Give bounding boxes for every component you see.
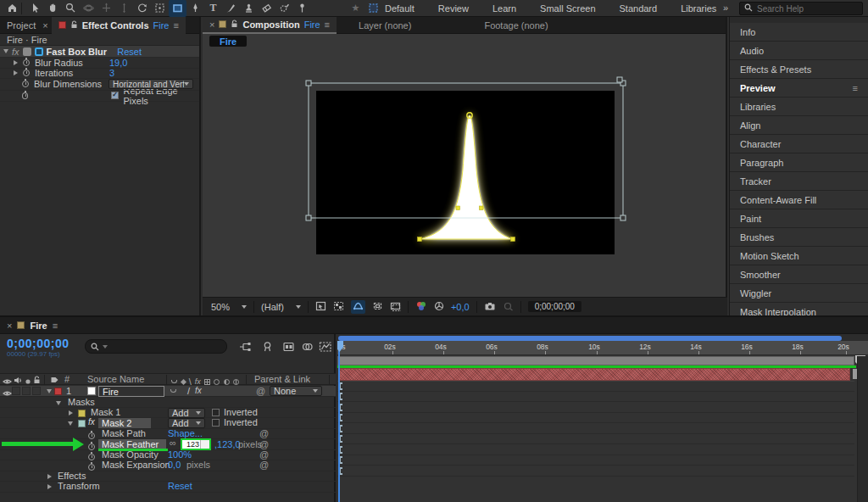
mask2-color-chip[interactable] xyxy=(78,420,86,427)
transform-reset-link[interactable]: Reset xyxy=(168,481,192,491)
channels-icon[interactable] xyxy=(415,301,427,313)
blur-dimensions-dropdown[interactable]: Horizontal and Verti xyxy=(108,79,193,89)
pickwhip-icon[interactable]: @ xyxy=(256,386,265,396)
close-icon[interactable]: × xyxy=(7,321,12,331)
pickwhip-icon[interactable]: @ xyxy=(259,428,269,438)
tab-composition[interactable]: × Composition Fire ≡ xyxy=(203,17,337,34)
graph-editor-icon[interactable] xyxy=(319,341,332,354)
pickwhip-icon[interactable]: @ xyxy=(259,439,269,449)
effect-header-row[interactable]: fx Fast Box Blur Reset xyxy=(0,46,199,58)
mask-expansion-row[interactable]: Mask Expansion 0,0 pixels @ xyxy=(0,460,336,471)
mask2-twirl[interactable] xyxy=(68,421,73,426)
lock-icon[interactable] xyxy=(231,20,238,30)
sidebar-item-preview[interactable]: Preview≡ xyxy=(730,79,868,98)
fx-column-icon[interactable]: fx xyxy=(195,377,201,386)
mask-expansion-value[interactable]: 0,0 xyxy=(168,460,181,470)
workspace-review[interactable]: Review xyxy=(426,3,481,14)
hand-tool-icon[interactable] xyxy=(44,0,62,17)
chevron-right-icon[interactable] xyxy=(14,60,18,65)
tab-effect-controls[interactable]: Effect Controls Fire ≡ xyxy=(52,17,186,34)
pan-behind-tool-icon[interactable] xyxy=(151,0,169,17)
selection-tool-icon[interactable] xyxy=(26,0,44,17)
effect-reset-link[interactable]: Reset xyxy=(117,47,142,57)
mask2-inverted-checkbox[interactable] xyxy=(212,419,220,427)
sidebar-item-character[interactable]: Character xyxy=(730,135,868,153)
stopwatch-icon[interactable] xyxy=(22,81,29,87)
adjustment-column-icon[interactable] xyxy=(224,379,230,385)
tab-project[interactable]: Project xyxy=(0,20,42,31)
workspace-overflow-icon[interactable]: » xyxy=(723,3,728,13)
mask1-mode-dropdown[interactable]: Add xyxy=(168,408,205,418)
eraser-tool-icon[interactable] xyxy=(258,0,275,17)
repeat-edge-pixels-checkbox[interactable] xyxy=(111,92,118,99)
timeline-timecode[interactable]: 0;00;00;00 xyxy=(7,337,70,350)
close-icon[interactable]: × xyxy=(209,20,214,30)
stopwatch-icon[interactable] xyxy=(88,443,95,450)
mask-feather-rest[interactable]: ,123,0 xyxy=(214,439,241,449)
panel-menu-icon[interactable]: ≡ xyxy=(53,321,58,331)
home-icon[interactable] xyxy=(3,0,21,17)
timeline-tab-label[interactable]: Fire xyxy=(30,321,47,331)
shy-column-icon[interactable] xyxy=(171,380,177,383)
parent-dropdown[interactable]: None xyxy=(270,386,322,396)
stopwatch-icon[interactable] xyxy=(88,464,95,471)
sidebar-item-wiggler[interactable]: Wiggler xyxy=(730,284,868,303)
rotation-tool-icon[interactable] xyxy=(133,0,151,17)
solo-toggle[interactable] xyxy=(22,387,31,395)
sidebar-item-tracker[interactable]: Tracker xyxy=(730,172,868,191)
panel-menu-icon[interactable]: ≡ xyxy=(853,83,858,93)
sidebar-item-content-aware-fill[interactable]: Content-Aware Fill xyxy=(730,191,868,209)
sidebar-item-audio[interactable]: Audio xyxy=(730,42,868,60)
source-name-column[interactable]: Source Name xyxy=(87,374,144,384)
help-search-box[interactable] xyxy=(739,2,863,15)
parent-link-column[interactable]: Parent & Link xyxy=(254,374,310,384)
stopwatch-icon[interactable] xyxy=(22,92,28,99)
stopwatch-icon[interactable] xyxy=(23,59,30,66)
mini-flowchart-icon[interactable] xyxy=(238,341,251,354)
shy-toggle-icon[interactable] xyxy=(170,389,176,393)
exposure-value[interactable]: +0,0 xyxy=(451,302,470,312)
audio-icon[interactable] xyxy=(14,376,22,386)
pickwhip-icon[interactable]: @ xyxy=(259,449,269,460)
puppet-pin-icon[interactable] xyxy=(293,0,311,17)
lock-icon[interactable] xyxy=(70,20,78,31)
sidebar-item-paragraph[interactable]: Paragraph xyxy=(730,153,868,172)
sidebar-item-paint[interactable]: Paint xyxy=(730,209,868,228)
mask-feather-edit-box[interactable]: 123 xyxy=(181,438,211,450)
chevron-down-icon[interactable] xyxy=(3,49,8,53)
transform-twirl[interactable] xyxy=(47,484,52,489)
effects-twirl[interactable] xyxy=(47,474,52,479)
masks-group-row[interactable]: Masks xyxy=(0,398,336,408)
transform-group-row[interactable]: Transform Reset xyxy=(0,482,336,493)
panel-menu-icon[interactable]: ≡ xyxy=(173,20,178,31)
work-area-bar[interactable] xyxy=(337,356,854,365)
stopwatch-icon[interactable] xyxy=(23,70,30,76)
exposure-icon[interactable] xyxy=(434,301,444,313)
mask-visibility-icon[interactable] xyxy=(351,300,365,314)
shape-tool-icon[interactable] xyxy=(169,0,186,17)
mask1-inverted-checkbox[interactable] xyxy=(212,409,220,416)
mask1-color-chip[interactable] xyxy=(78,410,86,417)
link-dimensions-icon[interactable]: ∞ xyxy=(170,438,176,448)
help-search-input[interactable] xyxy=(757,4,850,14)
layer-twirl[interactable] xyxy=(47,389,52,393)
mask2-name-box[interactable]: Mask 2 xyxy=(98,418,151,428)
lock-icon[interactable] xyxy=(33,376,41,386)
iterations-value[interactable]: 3 xyxy=(109,68,114,78)
resolution-dropdown[interactable]: (Half) xyxy=(261,302,301,312)
workspace-default[interactable]: Default xyxy=(373,3,426,14)
lock-toggle[interactable] xyxy=(32,387,41,395)
transparency-grid-icon[interactable] xyxy=(333,301,344,313)
clone-stamp-icon[interactable] xyxy=(240,0,258,17)
roto-brush-icon[interactable] xyxy=(275,0,293,17)
viewer-timecode[interactable]: 0;00;00;00 xyxy=(528,301,581,312)
sidebar-item-effects-presets[interactable]: Effects & Presets xyxy=(730,60,868,79)
pan-camera-icon[interactable] xyxy=(97,0,115,17)
orbit-camera-icon[interactable] xyxy=(80,0,97,17)
mask1-name[interactable]: Mask 1 xyxy=(91,407,120,417)
shy-icon[interactable] xyxy=(282,341,295,354)
layer-duration-bar[interactable] xyxy=(338,368,850,381)
sidebar-item-brushes[interactable]: Brushes xyxy=(730,228,868,247)
workspace-learn[interactable]: Learn xyxy=(481,3,528,14)
mask-path-row[interactable]: Mask Path Shape... @ xyxy=(0,429,336,439)
